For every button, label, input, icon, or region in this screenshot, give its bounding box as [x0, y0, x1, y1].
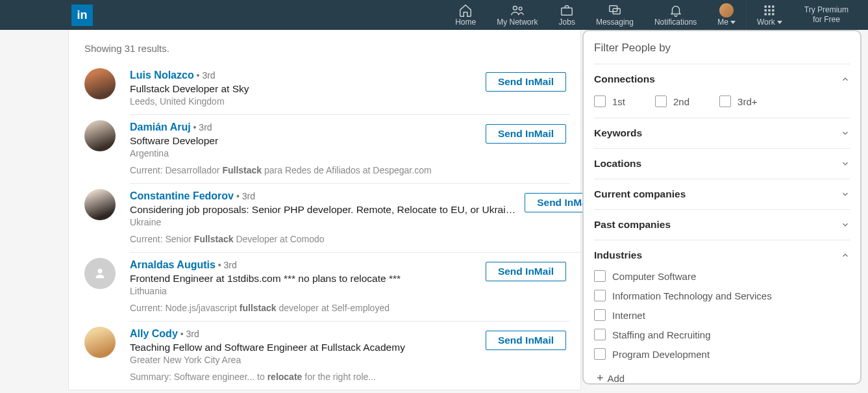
filter-past-companies-head[interactable]: Past companies — [594, 210, 850, 240]
svg-rect-11 — [765, 13, 767, 15]
send-inmail-button[interactable]: Send InMail — [486, 72, 566, 92]
name-line: Constantine Fedorov3rd — [130, 189, 515, 203]
avatar[interactable] — [84, 68, 116, 99]
result-info: Luis Nolazco3rd Fullstack Developer at S… — [130, 68, 477, 107]
chevron-up-icon — [841, 75, 850, 84]
nav-messaging[interactable]: Messaging — [586, 0, 644, 30]
profile-name[interactable]: Constantine Fedorov — [130, 190, 234, 201]
meta-prefix: Current: Desarrollador — [130, 165, 222, 175]
connection-degree: 3rd — [216, 260, 237, 270]
avatar-placeholder[interactable] — [84, 258, 116, 289]
result-body: Constantine Fedorov3rd Considering job p… — [130, 189, 609, 253]
filter-locations-head[interactable]: Locations — [594, 149, 850, 179]
filter-industries-label: Industries — [594, 249, 642, 261]
profile-location: Lithuania — [130, 286, 477, 296]
nav-jobs[interactable]: Jobs — [549, 0, 586, 30]
profile-title: Frontend Engineer at 1stdibs.com *** no … — [130, 273, 477, 285]
industry-option[interactable]: Information Technology and Services — [594, 290, 850, 301]
result-info: Arnaldas Augutis3rd Frontend Engineer at… — [130, 258, 477, 313]
svg-rect-9 — [769, 9, 771, 11]
svg-point-0 — [513, 6, 517, 10]
premium-line1: Try Premium — [804, 5, 849, 15]
checkbox[interactable] — [594, 95, 606, 107]
profile-name[interactable]: Ally Cody — [130, 328, 178, 339]
filter-2nd[interactable]: 2nd — [655, 95, 689, 107]
actions: Send InMail — [486, 258, 566, 313]
filter-3rd[interactable]: 3rd+ — [719, 95, 757, 107]
checkbox[interactable] — [594, 348, 606, 360]
nav-network[interactable]: My Network — [486, 0, 548, 30]
chevron-down-icon — [841, 190, 850, 199]
nav-work-label-text: Work — [757, 18, 775, 27]
meta-bold: Fullstack — [222, 165, 262, 175]
network-icon — [510, 4, 525, 17]
result-body: Ally Cody3rd Teaching Fellow and Softwar… — [130, 327, 570, 390]
connection-degree: 3rd — [191, 122, 212, 133]
send-inmail-button[interactable]: Send InMail — [486, 124, 566, 144]
add-label: Add — [608, 373, 625, 384]
meta-suffix: for the right role... — [302, 372, 376, 382]
chevron-down-icon — [841, 159, 850, 168]
nav-messaging-label: Messaging — [596, 18, 634, 27]
nav-work-label: Work — [757, 18, 782, 27]
industry-option[interactable]: Internet — [594, 309, 850, 321]
connection-degree: 3rd — [178, 329, 199, 339]
filter-1st[interactable]: 1st — [594, 95, 625, 107]
actions: Send InMail — [486, 120, 566, 175]
nav-home-label: Home — [455, 18, 476, 27]
industry-option[interactable]: Staffing and Recruiting — [594, 329, 850, 340]
nav-premium[interactable]: Try Premium for Free — [793, 5, 860, 25]
industry-label: Computer Software — [612, 271, 696, 282]
filter-keywords: Keywords — [594, 118, 850, 148]
linkedin-logo[interactable]: in — [71, 5, 93, 26]
caret-down-icon — [730, 21, 736, 24]
industry-option[interactable]: Program Development — [594, 348, 850, 360]
name-line: Damián Aruj3rd — [130, 120, 477, 134]
checkbox[interactable] — [594, 309, 606, 321]
avatar[interactable] — [84, 189, 116, 220]
filter-connections-head[interactable]: Connections — [594, 64, 850, 94]
meta-prefix: Summary: Software engineer... to — [130, 372, 267, 382]
bell-icon — [669, 4, 683, 17]
filter-industries-head[interactable]: Industries — [594, 240, 850, 270]
send-inmail-button[interactable]: Send InMail — [486, 331, 566, 350]
svg-rect-13 — [773, 13, 775, 15]
checkbox[interactable] — [594, 290, 606, 301]
avatar[interactable] — [84, 120, 116, 151]
nav-me-label: Me — [717, 18, 736, 27]
profile-location: Greater New York City Area — [130, 355, 477, 365]
checkbox[interactable] — [719, 95, 731, 107]
checkbox[interactable] — [655, 95, 667, 107]
profile-meta: Current: Senior Fullstack Developer at C… — [130, 234, 515, 244]
meta-prefix: Current: Senior — [130, 234, 194, 244]
result-body: Damián Aruj3rd Software Developer Argent… — [130, 120, 570, 184]
search-result: Luis Nolazco3rd Fullstack Developer at S… — [69, 63, 580, 115]
filter-keywords-head[interactable]: Keywords — [594, 118, 850, 148]
profile-name[interactable]: Arnaldas Augutis — [130, 259, 216, 270]
meta-bold: fullstack — [240, 303, 277, 313]
search-result: Damián Aruj3rd Software Developer Argent… — [69, 115, 580, 184]
topnav: in Home My Network Jobs Messaging Notifi… — [0, 0, 868, 30]
profile-meta: Summary: Software engineer... to relocat… — [130, 372, 477, 382]
profile-name[interactable]: Damián Aruj — [130, 121, 191, 133]
chevron-up-icon — [841, 251, 850, 260]
profile-name[interactable]: Luis Nolazco — [130, 70, 194, 81]
svg-rect-10 — [773, 9, 775, 11]
filter-connections: Connections 1st 2nd 3rd+ — [594, 64, 850, 118]
send-inmail-button[interactable]: Send InMail — [486, 262, 566, 281]
nav-notifications-label: Notifications — [654, 18, 697, 27]
nav-work[interactable]: Work — [747, 0, 793, 30]
svg-rect-7 — [773, 5, 775, 7]
checkbox[interactable] — [594, 329, 606, 340]
filter-current-companies-head[interactable]: Current companies — [594, 179, 850, 209]
checkbox[interactable] — [594, 270, 606, 282]
add-industry[interactable]: + Add — [594, 368, 850, 385]
grid-icon — [763, 4, 776, 17]
filter-keywords-label: Keywords — [594, 127, 642, 139]
nav-me[interactable]: Me — [707, 0, 746, 30]
nav-home[interactable]: Home — [445, 0, 486, 30]
avatar[interactable] — [84, 327, 116, 358]
nav-notifications[interactable]: Notifications — [644, 0, 707, 30]
avatar-me — [719, 4, 734, 17]
industry-option[interactable]: Computer Software — [594, 270, 850, 282]
